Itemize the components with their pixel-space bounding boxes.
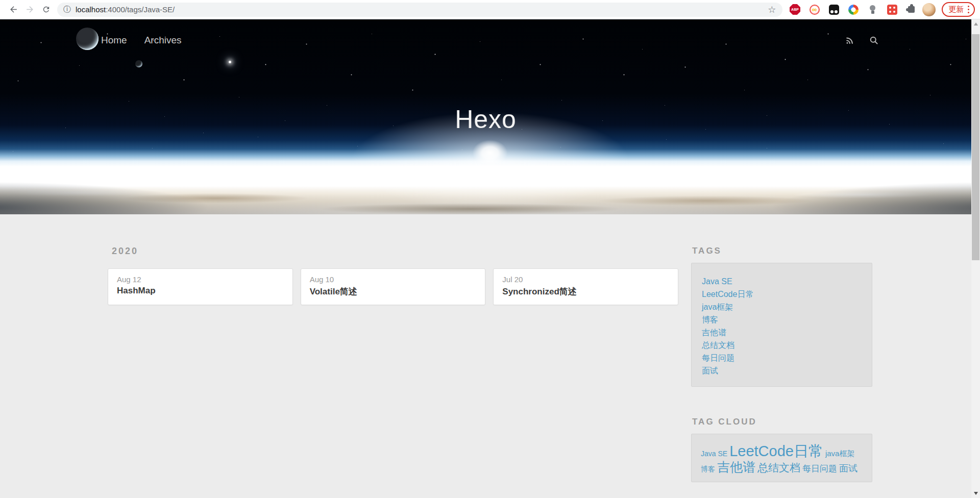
- tag-cloud-link[interactable]: 面试: [839, 463, 857, 474]
- nav-link[interactable]: Home: [101, 35, 127, 46]
- tags-heading: TAGS: [692, 246, 872, 256]
- nav-links: HomeArchives: [101, 35, 182, 46]
- post-card[interactable]: Aug 10 Volatile简述: [301, 268, 486, 305]
- tag-link[interactable]: 博客: [702, 313, 862, 326]
- color-wheel-glyph: [848, 5, 859, 15]
- bright-star-image: [229, 61, 231, 63]
- search-icon[interactable]: [869, 35, 879, 45]
- clouds-decoration: [0, 179, 980, 214]
- posts-column: 2020 Aug 12 HashMap Aug 10 Volatile简述 Ju…: [108, 246, 678, 498]
- tag-cloud-link[interactable]: 博客: [701, 465, 715, 474]
- forward-icon[interactable]: [21, 2, 38, 18]
- page-content: 2020 Aug 12 HashMap Aug 10 Volatile简述 Ju…: [0, 214, 980, 498]
- color-wheel-extension-icon[interactable]: [848, 4, 859, 15]
- post-date: Aug 12: [117, 275, 284, 284]
- dice-glyph: [887, 5, 897, 15]
- hero-banner: HomeArchives Hexo: [0, 19, 980, 214]
- tag-cloud-link[interactable]: 总结文档: [757, 462, 800, 475]
- url-path: :4000/tags/Java-SE/: [106, 5, 175, 14]
- site-title: Hexo: [0, 105, 971, 134]
- puzzle-extensions-icon[interactable]: [906, 4, 917, 15]
- tag-link[interactable]: Java SE: [702, 275, 862, 288]
- tags-list: Java SELeetCode日常java框架博客吉他谱总结文档每日问题面试: [691, 263, 872, 387]
- post-title: Volatile简述: [310, 286, 477, 297]
- address-bar[interactable]: ⓘ localhost:4000/tags/Java-SE/ ☆: [57, 3, 782, 17]
- scrollbar-thumb[interactable]: [972, 34, 979, 260]
- lightbulb-extension-icon[interactable]: [867, 4, 878, 15]
- infinity-glyph: ∞: [810, 5, 820, 15]
- tag-link[interactable]: 每日问题: [702, 352, 862, 364]
- post-date: Jul 20: [502, 275, 669, 284]
- sidebar: TAGS Java SELeetCode日常java框架博客吉他谱总结文档每日问…: [691, 246, 872, 498]
- browser-toolbar: ⓘ localhost:4000/tags/Java-SE/ ☆ ABP ∞ 更…: [0, 0, 980, 19]
- scrollbar-down-icon[interactable]: [974, 492, 978, 495]
- profile-avatar[interactable]: [922, 3, 936, 16]
- site-nav: HomeArchives: [0, 19, 980, 46]
- adblock-extension-icon[interactable]: ABP: [790, 4, 801, 15]
- url-text[interactable]: localhost:4000/tags/Java-SE/: [76, 5, 764, 14]
- update-label: 更新: [949, 5, 964, 14]
- post-date: Aug 10: [310, 275, 477, 284]
- tag-cloud-link[interactable]: LeetCode日常: [729, 442, 823, 460]
- nav-link[interactable]: Archives: [144, 35, 182, 46]
- nav-icons: [845, 35, 879, 45]
- tag-cloud: Java SELeetCode日常java框架博客吉他谱总结文档每日问题面试: [691, 434, 872, 482]
- tag-link[interactable]: 总结文档: [702, 339, 862, 352]
- tag-cloud-link[interactable]: 每日问题: [802, 464, 837, 474]
- post-title: HashMap: [117, 286, 284, 296]
- browser-menu-icon[interactable]: [968, 6, 970, 14]
- tag-link[interactable]: 面试: [702, 364, 862, 377]
- year-heading: 2020: [112, 246, 678, 257]
- update-button[interactable]: 更新: [942, 2, 975, 17]
- tag-cloud-heading: TAG CLOUD: [692, 417, 872, 427]
- post-cards: Aug 12 HashMap Aug 10 Volatile简述 Jul 20 …: [108, 268, 678, 305]
- tag-link[interactable]: 吉他谱: [702, 326, 862, 339]
- refresh-icon[interactable]: [38, 2, 54, 18]
- back-icon[interactable]: [5, 2, 21, 18]
- tag-link[interactable]: java框架: [702, 301, 862, 313]
- post-title: Synchronized简述: [502, 286, 669, 297]
- rss-icon[interactable]: [845, 35, 855, 45]
- post-card[interactable]: Jul 20 Synchronized简述: [493, 268, 678, 305]
- post-card[interactable]: Aug 12 HashMap: [108, 268, 293, 305]
- infinity-extension-icon[interactable]: ∞: [809, 4, 820, 15]
- abp-badge: ABP: [790, 4, 800, 15]
- tag-link[interactable]: LeetCode日常: [702, 288, 862, 301]
- url-host: localhost: [76, 5, 106, 14]
- lightbulb-glyph: [868, 5, 878, 15]
- site-info-icon[interactable]: ⓘ: [63, 5, 71, 14]
- tag-cloud-link[interactable]: Java SE: [701, 450, 727, 458]
- dark-theme-glyph: [829, 5, 839, 15]
- dice-extension-icon[interactable]: [887, 4, 898, 15]
- tag-cloud-link[interactable]: 吉他谱: [717, 460, 755, 475]
- small-moon-image: [135, 60, 142, 67]
- tag-cloud-link[interactable]: java框架: [825, 449, 855, 458]
- bookmark-star-icon[interactable]: ☆: [768, 4, 776, 15]
- scrollbar-up-icon[interactable]: [974, 22, 978, 26]
- dark-theme-extension-icon[interactable]: [828, 4, 840, 15]
- extensions-row: ABP ∞: [790, 4, 917, 15]
- puzzle-glyph: [908, 6, 915, 13]
- content-container: 2020 Aug 12 HashMap Aug 10 Volatile简述 Ju…: [108, 246, 872, 498]
- page-scrollbar[interactable]: [971, 19, 980, 498]
